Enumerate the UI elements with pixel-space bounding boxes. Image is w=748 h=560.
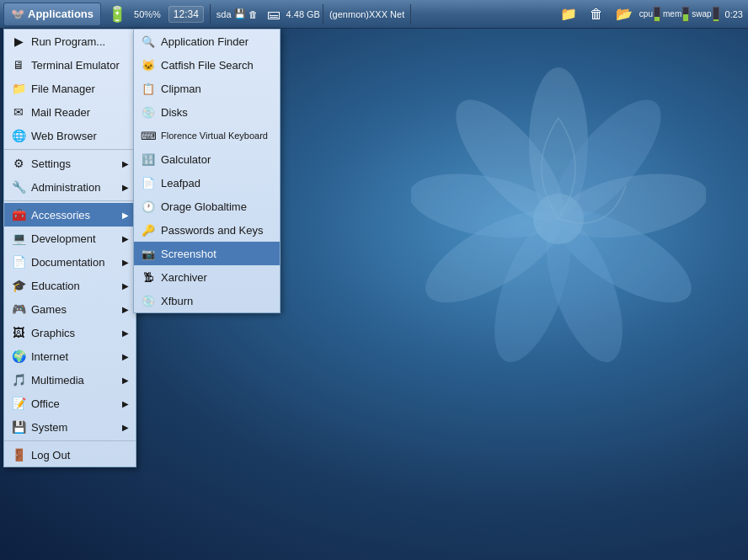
system-arrow: ▶ (122, 423, 129, 432)
submenu-item-clipman[interactable]: 📋 Clipman (134, 77, 280, 100)
cpu-label: cpu (639, 9, 653, 19)
galculator-icon: 🔢 (141, 152, 156, 167)
administration-label: Administration (31, 181, 117, 194)
web-browser-label: Web Browser (31, 130, 129, 142)
internet-arrow: ▶ (122, 352, 129, 361)
xarchiver-label: Xarchiver (161, 271, 207, 284)
accessories-arrow: ▶ (122, 211, 129, 220)
menu-item-documentation[interactable]: 📄 Documentation ▶ (4, 250, 136, 274)
mem-monitor: mem (663, 7, 689, 22)
menu-item-run-program[interactable]: ▶ Run Program... (4, 29, 136, 53)
divider-2 (4, 200, 136, 201)
divider-1 (4, 149, 136, 150)
submenu-item-xfburn[interactable]: 💿 Xfburn (134, 289, 280, 312)
separator-3 (410, 4, 411, 24)
accessories-icon: 🧰 (11, 207, 26, 222)
submenu-item-florence[interactable]: ⌨ Florence Virtual Keyboard (134, 124, 280, 147)
desktop: 🐭 Applications 🔋 50%% 12:34 sda 💾 🗑 🖴 4.… (0, 0, 748, 560)
menu-item-logout[interactable]: 🚪 Log Out (4, 443, 136, 467)
taskbar-right: 📁 🗑 📂 cpu mem swap (556, 3, 748, 25)
terminal-icon: 🖥 (11, 57, 26, 72)
passwords-label: Passwords and Keys (161, 224, 263, 237)
mem-bar (682, 7, 689, 22)
drive-size: 4.48 GB (286, 9, 320, 19)
development-icon: 💻 (11, 231, 26, 246)
development-label: Development (31, 232, 117, 245)
disks-icon: 💿 (141, 104, 156, 120)
accessories-submenu: 🔍 Application Finder 🐱 Catfish File Sear… (133, 29, 280, 313)
menu-item-graphics[interactable]: 🖼 Graphics ▶ (4, 321, 136, 344)
menu-item-multimedia[interactable]: 🎵 Multimedia ▶ (4, 368, 136, 392)
menu-item-accessories[interactable]: 🧰 Accessories ▶ (4, 203, 136, 227)
applications-icon: 🐭 (11, 8, 24, 20)
screenshot-label: Screenshot (161, 248, 216, 260)
mail-reader-icon: ✉ (11, 104, 26, 120)
menu-item-settings[interactable]: ⚙ Settings ▶ (4, 152, 136, 175)
swap-monitor: swap (692, 7, 719, 22)
documentation-label: Documentation (31, 256, 117, 269)
swap-label: swap (692, 9, 711, 19)
submenu-item-leafpad[interactable]: 📄 Leafpad (134, 171, 280, 195)
menu-item-internet[interactable]: 🌍 Internet ▶ (4, 344, 136, 368)
development-arrow: ▶ (122, 234, 129, 243)
menu-item-administration[interactable]: 🔧 Administration ▶ (4, 175, 136, 199)
menu-item-system[interactable]: 💾 System ▶ (4, 415, 136, 439)
submenu-item-galculator[interactable]: 🔢 Galculator (134, 147, 280, 171)
application-finder-label: Application Finder (161, 35, 248, 48)
mem-label: mem (663, 9, 681, 19)
passwords-icon: 🔑 (141, 222, 156, 237)
catfish-label: Catfish File Search (161, 59, 254, 72)
hdd-icon[interactable]: 🖴 (263, 3, 285, 25)
submenu-item-disks[interactable]: 💿 Disks (134, 100, 280, 124)
submenu-item-catfish-file-search[interactable]: 🐱 Catfish File Search (134, 53, 280, 77)
system-icon: 💾 (11, 419, 26, 435)
orage-label: Orage Globaltime (161, 200, 247, 213)
terminal-label: Terminal Emulator (31, 59, 129, 72)
trash-taskbar-icon[interactable]: 🗑 (585, 3, 607, 25)
menu-item-development[interactable]: 💻 Development ▶ (4, 227, 136, 250)
accessories-label: Accessories (31, 209, 117, 221)
mail-reader-label: Mail Reader (31, 106, 129, 119)
file-manager-label: File Manager (31, 83, 129, 95)
menu-item-office[interactable]: 📝 Office ▶ (4, 392, 136, 415)
settings-label: Settings (31, 157, 117, 170)
education-label: Education (31, 280, 117, 292)
menu-item-web-browser[interactable]: 🌐 Web Browser (4, 124, 136, 147)
documentation-icon: 📄 (11, 254, 26, 269)
menu-item-file-manager[interactable]: 📁 File Manager (4, 77, 136, 100)
graphics-label: Graphics (31, 327, 117, 339)
menu-item-terminal[interactable]: 🖥 Terminal Emulator (4, 53, 136, 77)
swap-bar (713, 7, 719, 22)
battery-icon[interactable]: 🔋 (106, 3, 128, 25)
separator-1 (210, 4, 211, 24)
office-icon: 📝 (11, 396, 26, 411)
education-icon: 🎓 (11, 278, 26, 293)
cpu-monitor: cpu (639, 7, 660, 22)
logout-icon: 🚪 (11, 447, 26, 462)
screenshot-icon: 📷 (141, 246, 156, 261)
logout-label: Log Out (31, 449, 129, 461)
uptime: 0:23 (725, 9, 743, 19)
drive-icon: 💾 (234, 8, 246, 19)
system-label: System (31, 421, 117, 434)
menu-item-education[interactable]: 🎓 Education ▶ (4, 274, 136, 297)
folder-taskbar-icon[interactable]: 📂 (613, 3, 635, 25)
run-program-label: Run Program... (31, 35, 129, 48)
applications-button[interactable]: 🐭 Applications (3, 3, 101, 26)
submenu-item-application-finder[interactable]: 🔍 Application Finder (134, 29, 280, 53)
office-label: Office (31, 397, 117, 410)
submenu-item-screenshot[interactable]: 📷 Screenshot (134, 242, 280, 265)
battery-percentage: 50%% (130, 8, 165, 21)
florence-icon: ⌨ (141, 128, 156, 143)
file-manager-taskbar-icon[interactable]: 📁 (558, 3, 580, 25)
administration-arrow: ▶ (122, 183, 129, 192)
submenu-item-xarchiver[interactable]: 🗜 Xarchiver (134, 265, 280, 289)
submenu-item-passwords[interactable]: 🔑 Passwords and Keys (134, 218, 280, 242)
divider-3 (4, 440, 136, 441)
menu-item-mail-reader[interactable]: ✉ Mail Reader (4, 100, 136, 124)
submenu-item-orage-globaltime[interactable]: 🕐 Orage Globaltime (134, 195, 280, 218)
multimedia-icon: 🎵 (11, 372, 26, 387)
administration-icon: 🔧 (11, 179, 26, 195)
menu-item-games[interactable]: 🎮 Games ▶ (4, 297, 136, 321)
drive-label: sda (216, 9, 232, 19)
